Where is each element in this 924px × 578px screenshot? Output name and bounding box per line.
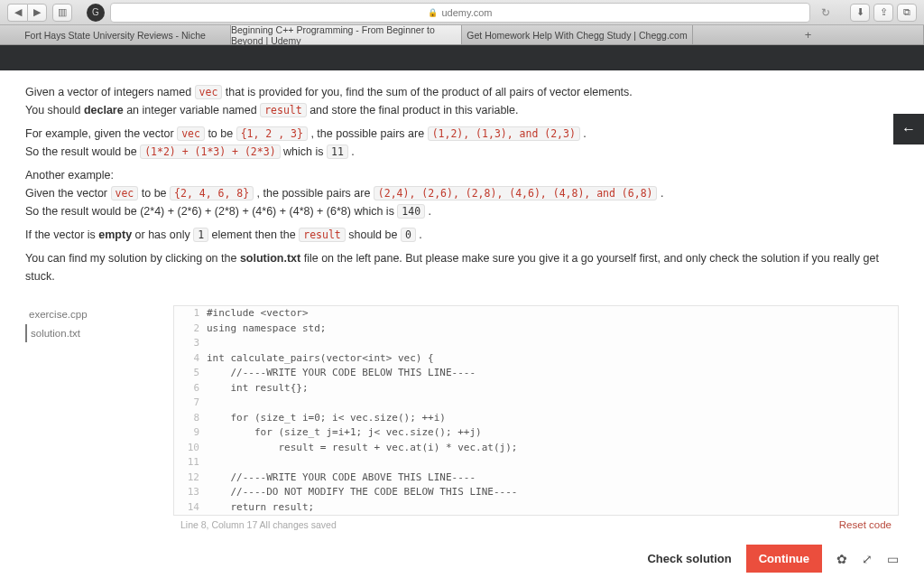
code-token: (2,4), (2,6), (2,8), (4,6), (4,8), and (… <box>374 186 658 200</box>
action-row: Check solution Continue ✿ ⤢ ▭ <box>0 534 924 578</box>
code-line[interactable]: 7 <box>174 396 898 411</box>
browser-tab[interactable]: Get Homework Help With Chegg Study | Che… <box>462 25 693 44</box>
code-token: result <box>299 228 346 242</box>
code-token: (1,2), (1,3), and (2,3) <box>428 126 580 141</box>
lock-icon: 🔒 <box>428 8 438 17</box>
tabs-button[interactable]: ⧉ <box>897 4 917 22</box>
collapse-panel-button[interactable]: ← <box>893 114 924 144</box>
code-line[interactable]: 12 //----WRITE YOUR CODE ABOVE THIS LINE… <box>174 471 898 486</box>
code-line[interactable]: 11 <box>174 455 898 471</box>
code-line[interactable]: 9 for (size_t j=i+1; j< vec.size(); ++j) <box>174 425 898 441</box>
code-line[interactable]: 4int calculate_pairs(vector<int> vec) { <box>174 351 898 367</box>
back-button[interactable]: ◀ <box>7 4 27 22</box>
settings-icon[interactable]: ✿ <box>836 552 847 566</box>
code-token: result <box>260 103 307 117</box>
code-token: (1*2) + (1*3) + (2*3) <box>140 144 280 159</box>
browser-tab[interactable]: Fort Hays State University Reviews - Nic… <box>0 25 231 44</box>
file-tree: exercise.cpp solution.txt <box>0 305 173 534</box>
sidebar-toggle-button[interactable]: ▥ <box>52 4 72 22</box>
coding-area: exercise.cpp solution.txt 1#include <vec… <box>0 305 899 534</box>
file-solution[interactable]: solution.txt <box>25 324 173 343</box>
code-line[interactable]: 10 result = result + vec.at(i) * vec.at(… <box>174 441 898 456</box>
file-exercise[interactable]: exercise.cpp <box>25 305 173 324</box>
continue-button[interactable]: Continue <box>746 545 822 573</box>
code-token: vec <box>111 186 139 200</box>
editor-status: Line 8, Column 17 All changes saved <box>180 519 337 530</box>
course-header-bar <box>0 45 924 70</box>
code-line[interactable]: 13 //----DO NOT MODIFY THE CODE BELOW TH… <box>174 485 898 500</box>
code-token: 1 <box>193 228 208 242</box>
code-line[interactable]: 1#include <vector> <box>174 306 898 322</box>
code-line[interactable]: 3 <box>174 336 898 351</box>
code-token: 140 <box>397 204 425 219</box>
code-token: vec <box>177 126 205 141</box>
tab-bar: Fort Hays State University Reviews - Nic… <box>0 25 924 45</box>
code-line[interactable]: 5 //----WRITE YOUR CODE BELOW THIS LINE-… <box>174 366 898 381</box>
new-tab-button[interactable]: + <box>693 25 924 44</box>
forward-button[interactable]: ▶ <box>27 4 47 22</box>
download-button[interactable]: ⬇ <box>850 4 870 22</box>
code-token: vec <box>195 85 223 99</box>
url-text: udemy.com <box>441 7 492 18</box>
problem-description: ← Given a vector of integers named vec t… <box>0 70 924 300</box>
code-token: 0 <box>401 228 416 242</box>
check-solution-button[interactable]: Check solution <box>647 552 731 565</box>
code-line[interactable]: 6 int result{}; <box>174 381 898 396</box>
browser-tab[interactable]: Beginning C++ Programming - From Beginne… <box>231 25 462 44</box>
share-button[interactable]: ⇪ <box>873 4 893 22</box>
code-line[interactable]: 8 for (size_t i=0; i< vec.size(); ++i) <box>174 411 898 426</box>
fullscreen-icon[interactable]: ⤢ <box>862 552 873 566</box>
site-favicon-icon: G <box>87 4 105 22</box>
code-editor[interactable]: 1#include <vector>2using namespace std;3… <box>173 305 899 534</box>
code-token: 11 <box>327 144 348 159</box>
address-bar[interactable]: 🔒 udemy.com <box>110 3 810 23</box>
code-token: {2, 4, 6, 8} <box>170 186 254 200</box>
browser-toolbar: ◀ ▶ ▥ G 🔒 udemy.com ↻ ⬇ ⇪ ⧉ <box>0 0 924 25</box>
reset-code-button[interactable]: Reset code <box>839 519 892 530</box>
reload-button[interactable]: ↻ <box>816 6 836 19</box>
code-line[interactable]: 2using namespace std; <box>174 322 898 337</box>
video-icon[interactable]: ▭ <box>887 552 899 566</box>
code-line[interactable]: 14 return result; <box>174 500 898 516</box>
code-token: {1, 2 , 3} <box>236 126 308 141</box>
